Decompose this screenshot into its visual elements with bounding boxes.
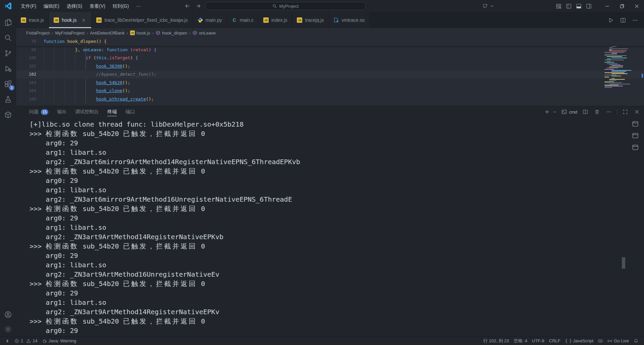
symbol-method-icon — [193, 30, 197, 35]
panel-tab-端口[interactable]: 端口 — [122, 106, 138, 118]
forward-icon[interactable] — [195, 2, 202, 10]
split-editor-icon[interactable] — [619, 16, 627, 24]
terminal-instance-icon[interactable] — [631, 131, 640, 140]
terminal-instance-icon[interactable] — [631, 120, 640, 128]
package-icon[interactable] — [0, 107, 16, 123]
menu-item-0[interactable]: 文件(F) — [17, 1, 40, 11]
keyboard-icon[interactable] — [596, 337, 605, 345]
breadcrumb-item-onLeave[interactable]: onLeave — [193, 30, 216, 36]
code-line-103[interactable]: 103 hook_54b20(); — [16, 79, 644, 87]
search-sidebar-icon[interactable] — [0, 30, 16, 46]
line-number: 100 — [16, 54, 36, 62]
panel-tab-调试控制台[interactable]: 调试控制台 — [72, 106, 102, 118]
code-line-105[interactable]: 105 hook_pthread_create(); — [16, 95, 644, 104]
menu-item-1[interactable]: 编辑(E) — [40, 1, 63, 11]
problems-status[interactable]: 1 14 — [12, 337, 40, 345]
minimap[interactable] — [604, 38, 639, 89]
terminal-profile[interactable]: cmd — [561, 109, 577, 115]
go-live[interactable]: Go Live — [605, 337, 631, 345]
panel-tab-输出[interactable]: 输出 — [54, 106, 69, 118]
symbol-method-icon — [156, 30, 160, 35]
terminal-line: arg0: 29 — [30, 176, 627, 185]
breadcrumb-item-MyFridaProject[interactable]: MyFridaProject — [55, 30, 84, 36]
breadcrumb-item-FridaProject[interactable]: FridaProject — [26, 30, 50, 36]
kill-terminal-icon[interactable] — [593, 108, 601, 116]
terminal-dropdown-chevron-icon[interactable] — [552, 108, 557, 116]
vscode-window: 文件(F)编辑(E)选择(S)查看(V)转到(G)··· MyProject — [0, 0, 644, 345]
breadcrumb-separator: › — [85, 30, 90, 36]
terminal-line: arg0: 29 — [30, 288, 627, 298]
java-status[interactable]: Java: Warning — [40, 337, 79, 345]
terminal-scrollbar[interactable] — [622, 257, 625, 269]
close-window-icon[interactable] — [629, 0, 644, 12]
java-status-label: Java: Warning — [49, 338, 76, 343]
panel-more-icon[interactable] — [605, 108, 612, 116]
terminal-line: arg1: libart.so — [30, 185, 627, 195]
tab-hook.js[interactable]: JShook.js — [49, 12, 92, 28]
restore-icon[interactable] — [614, 0, 629, 12]
back-icon[interactable] — [184, 2, 191, 10]
menu-item-4[interactable]: 转到(G) — [109, 1, 132, 11]
code-line-102[interactable]: 102 //bypass_detect_func(); — [16, 70, 644, 79]
tab-trace.js[interactable]: JStrace.js — [16, 12, 49, 28]
terminal-output: [+]libc.so clone thread func: libDexHelp… — [30, 120, 627, 335]
menu-item-3[interactable]: 查看(V) — [86, 1, 109, 11]
extensions-icon[interactable]: 3 — [0, 76, 16, 92]
tab-index.js[interactable]: JSindex.js — [259, 12, 292, 28]
split-terminal-icon[interactable] — [582, 108, 589, 116]
menu-item-5[interactable]: ··· — [132, 1, 145, 11]
run-file-icon[interactable] — [607, 16, 614, 24]
run-debug-icon[interactable] — [0, 61, 16, 76]
status-left: 1 14 Java: Warning — [3, 337, 78, 345]
tab-trace_libDexHelper_fixed_icbc_kwajw.js[interactable]: JStrace_libDexHelper_fixed_icbc_kwajw.js — [92, 12, 193, 28]
code-line-104[interactable]: 104 hook_clone(); — [16, 87, 644, 95]
toggle-panel-icon[interactable] — [575, 2, 582, 10]
terminal-line: arg0: 29 — [30, 251, 627, 260]
language-mode[interactable]: { } JavaScript — [563, 337, 596, 345]
terminal[interactable]: [+]libc.so clone thread func: libDexHelp… — [16, 118, 627, 336]
tab-main.py[interactable]: main.py — [193, 12, 227, 28]
copilot-menu[interactable] — [482, 2, 494, 10]
editor-actions — [607, 12, 644, 28]
tab-main.c[interactable]: Cmain.c — [227, 12, 259, 28]
sticky-scroll-line[interactable]: 76function hook_dlopen() { — [16, 38, 644, 46]
new-terminal-icon[interactable] — [543, 108, 551, 116]
encoding[interactable]: UTF-8 — [530, 337, 547, 345]
testing-icon[interactable] — [0, 92, 16, 107]
code-editor[interactable]: 76function hook_dlopen() { 99 }, onLeave… — [16, 38, 644, 106]
cursor-position[interactable]: 行 102, 列 23 — [481, 337, 512, 345]
code-line-101[interactable]: 101 hook_36390(); — [16, 62, 644, 71]
maximize-panel-icon[interactable] — [622, 108, 629, 116]
close-panel-icon[interactable] — [633, 108, 641, 116]
customize-layout-icon[interactable] — [555, 2, 562, 10]
panel-tab-终端[interactable]: 终端 — [104, 106, 120, 118]
breadcrumb-item-hook_dlopen[interactable]: hook_dlopen — [156, 30, 187, 36]
code-line-99[interactable]: 99 }, onLeave: function (retval) { — [16, 46, 644, 54]
indentation[interactable]: 空格: 4 — [512, 337, 530, 345]
close-tab-icon[interactable] — [80, 17, 87, 23]
menu-item-2[interactable]: 选择(S) — [63, 1, 86, 11]
toggle-secondary-sidebar-icon[interactable] — [585, 2, 592, 10]
code-line-100[interactable]: 100 if (this.isTarget) { — [16, 54, 644, 62]
toggle-sidebar-icon[interactable] — [565, 2, 572, 10]
tab-vmtrace.so[interactable]: vmtrace.so — [329, 12, 369, 28]
explorer-icon[interactable] — [0, 15, 16, 30]
source-control-icon[interactable] — [0, 46, 16, 61]
notifications-bell-icon[interactable] — [631, 337, 641, 345]
remote-indicator[interactable] — [3, 337, 12, 345]
minimize-icon[interactable] — [600, 0, 614, 12]
js-file-icon: JS — [96, 17, 102, 23]
account-icon[interactable] — [0, 307, 16, 322]
activity-bar: 3 — [0, 12, 16, 336]
terminal-instance-icon[interactable] — [631, 143, 640, 152]
code-text: hook_pthread_create(); — [44, 95, 154, 104]
command-center-search[interactable]: MyProject — [205, 2, 366, 10]
settings-gear-icon[interactable] — [0, 322, 16, 336]
breadcrumb-item-hook.js[interactable]: JShook.js — [130, 30, 150, 36]
panel-tab-问题[interactable]: 问题15 — [26, 106, 51, 118]
eol-sequence[interactable]: CRLF — [547, 337, 563, 345]
breadcrumb-item-AntiDetectOfBank[interactable]: AntiDetectOfBank — [90, 30, 124, 36]
sticky-line-76[interactable]: 76function hook_dlopen() { — [16, 38, 644, 46]
more-actions-icon[interactable] — [631, 16, 639, 24]
tab-tracejq.js[interactable]: JStracejq.js — [292, 12, 329, 28]
